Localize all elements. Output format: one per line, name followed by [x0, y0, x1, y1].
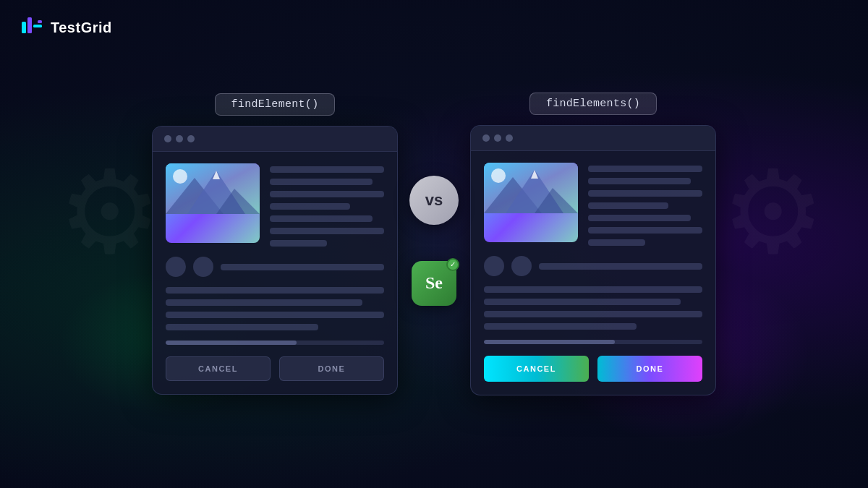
left-extra-lines — [166, 287, 384, 330]
right-mock-image — [484, 163, 578, 242]
right-card-wrapper: findElements() — [470, 93, 716, 395]
left-card-titlebar — [153, 127, 397, 152]
left-card-wrapper: findElement() — [152, 93, 398, 395]
right-cancel-button[interactable]: CANCEL — [484, 356, 589, 382]
right-extra-lines — [484, 286, 702, 330]
r-extra-line-2 — [484, 299, 681, 305]
svg-point-15 — [491, 168, 506, 183]
r-line-5 — [588, 215, 691, 221]
left-progress-bar — [166, 341, 384, 345]
left-mock-image — [166, 163, 260, 243]
right-done-button[interactable]: DONE — [597, 356, 702, 382]
line-1 — [270, 166, 384, 173]
right-dot-3 — [506, 134, 513, 142]
left-top-row — [166, 163, 384, 247]
selenium-check-icon: ✓ — [446, 258, 459, 271]
left-progress-fill — [166, 341, 297, 345]
line-3 — [270, 191, 384, 197]
r-circle-btn-1 — [484, 256, 504, 276]
r-extra-line-4 — [484, 323, 637, 330]
r-extra-line-3 — [484, 311, 702, 317]
dot-2 — [176, 135, 183, 142]
r-circle-btn-2 — [511, 256, 532, 276]
right-card-label: findElements() — [529, 93, 657, 115]
line-2 — [270, 179, 373, 185]
right-card-titlebar — [471, 126, 715, 151]
line-4 — [270, 203, 350, 210]
r-line-6 — [588, 227, 702, 234]
left-middle-row — [166, 257, 384, 277]
left-card-label: findElement() — [215, 93, 336, 116]
dot-3 — [187, 135, 195, 142]
extra-line-1 — [166, 287, 384, 294]
vs-selenium-wrapper: vs Se ✓ — [398, 197, 470, 291]
line-7 — [270, 240, 327, 247]
r-line-7 — [588, 239, 645, 246]
right-progress-fill — [484, 340, 615, 344]
svg-point-9 — [173, 169, 187, 184]
r-line-3 — [588, 190, 702, 197]
circle-btn-1 — [166, 257, 186, 277]
right-card-body: CANCEL DONE — [471, 151, 715, 382]
selenium-badge: Se ✓ — [412, 261, 456, 306]
right-buttons-row: CANCEL DONE — [484, 356, 702, 382]
extra-line-2 — [166, 299, 362, 306]
left-card-body: CANCEL DONE — [153, 152, 397, 381]
wide-bar-1 — [221, 264, 384, 270]
dot-1 — [164, 135, 171, 142]
left-buttons-row: CANCEL DONE — [166, 356, 384, 381]
right-middle-row — [484, 256, 702, 276]
right-card-lines — [588, 163, 702, 246]
left-cancel-button[interactable]: CANCEL — [166, 356, 271, 381]
main-content: findElement() — [0, 0, 868, 488]
line-5 — [270, 215, 373, 222]
vs-badge: vs — [409, 176, 459, 225]
r-extra-line-1 — [484, 286, 702, 293]
right-dot-1 — [482, 134, 490, 142]
left-card-lines — [270, 163, 384, 247]
extra-line-4 — [166, 324, 318, 330]
right-mock-card: CANCEL DONE — [470, 125, 716, 395]
selenium-text: Se — [425, 273, 443, 293]
right-top-row — [484, 163, 702, 246]
r-wide-bar — [539, 263, 702, 270]
left-done-button[interactable]: DONE — [279, 356, 384, 381]
right-dot-2 — [494, 134, 501, 142]
extra-line-3 — [166, 312, 384, 318]
r-line-1 — [588, 166, 702, 172]
r-line-2 — [588, 178, 691, 184]
right-progress-bar — [484, 340, 702, 344]
line-6 — [270, 228, 384, 234]
r-line-4 — [588, 202, 668, 209]
left-mock-card: CANCEL DONE — [152, 126, 398, 395]
circle-btn-2 — [193, 257, 213, 277]
